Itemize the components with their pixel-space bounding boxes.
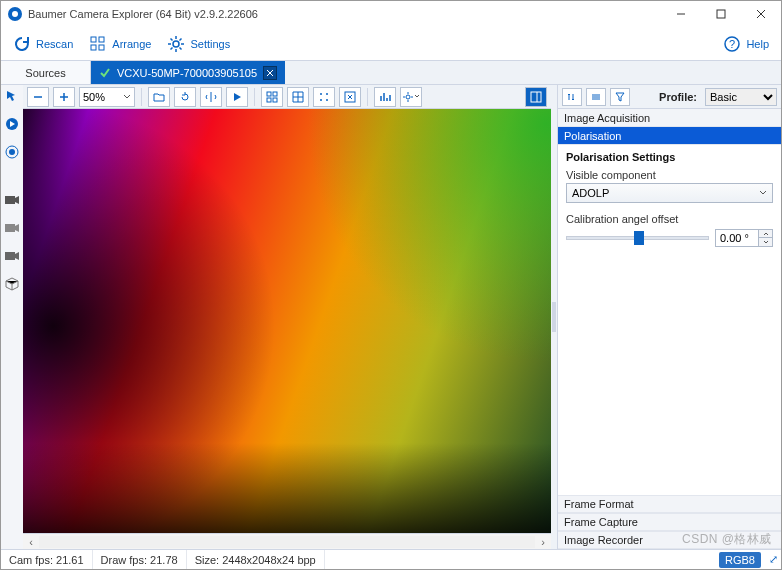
view-settings-button[interactable] — [400, 87, 422, 107]
tool-camera-b[interactable] — [3, 219, 21, 237]
tool-camera-c[interactable] — [3, 247, 21, 265]
collapse-button[interactable] — [586, 88, 606, 106]
tool-pointer[interactable] — [3, 87, 21, 105]
svg-point-1 — [12, 11, 18, 17]
status-corner-icon[interactable]: ⤢ — [765, 553, 781, 566]
svg-rect-34 — [531, 92, 541, 102]
play-button[interactable] — [226, 87, 248, 107]
svg-rect-25 — [273, 92, 277, 96]
filter-icon — [615, 92, 625, 102]
open-button[interactable] — [148, 87, 170, 107]
dots-icon — [318, 91, 330, 103]
svg-point-17 — [9, 149, 15, 155]
svg-rect-20 — [5, 252, 15, 260]
maximize-button[interactable] — [701, 1, 741, 27]
image-view[interactable] — [23, 109, 551, 533]
arrange-button[interactable]: Arrange — [83, 31, 157, 57]
svg-rect-26 — [267, 98, 271, 102]
svg-point-30 — [320, 99, 322, 101]
section-frame-capture[interactable]: Frame Capture — [558, 513, 781, 531]
visible-component-select[interactable]: ADOLP — [566, 183, 773, 203]
filter-button[interactable] — [610, 88, 630, 106]
svg-rect-18 — [5, 196, 15, 204]
grid-b-button[interactable] — [287, 87, 309, 107]
svg-rect-24 — [267, 92, 271, 96]
collapse-icon — [591, 92, 601, 102]
horizontal-scrollbar[interactable]: ‹ › — [23, 533, 551, 549]
grid3-icon — [292, 91, 304, 103]
calibration-slider[interactable] — [566, 229, 709, 247]
close-button[interactable] — [741, 1, 781, 27]
svg-point-28 — [320, 93, 322, 95]
panel-toggle-button[interactable] — [525, 87, 547, 107]
histogram-button[interactable] — [374, 87, 396, 107]
image-area: ‹ › — [23, 109, 551, 549]
svg-text:?: ? — [729, 38, 735, 50]
visible-component-label: Visible component — [566, 169, 773, 181]
rescan-label: Rescan — [36, 38, 73, 50]
zoom-out-button[interactable] — [27, 87, 49, 107]
svg-point-33 — [406, 95, 410, 99]
bottom-accordion: Frame Format Frame Capture Image Recorde… — [558, 495, 781, 549]
sort-button[interactable] — [562, 88, 582, 106]
svg-point-10 — [173, 41, 179, 47]
grid-a-button[interactable] — [261, 87, 283, 107]
svg-rect-6 — [91, 37, 96, 42]
rescan-button[interactable]: Rescan — [7, 31, 79, 57]
settings-button[interactable]: Settings — [161, 31, 236, 57]
chevron-down-icon — [123, 93, 131, 101]
grid-c-button[interactable] — [313, 87, 335, 107]
device-close-button[interactable] — [263, 66, 277, 80]
flip-button[interactable] — [200, 87, 222, 107]
polarisation-heading: Polarisation Settings — [566, 151, 773, 163]
tool-play[interactable] — [3, 115, 21, 133]
tool-record[interactable] — [3, 143, 21, 161]
calibration-spinner[interactable]: 0.00 ° — [715, 229, 773, 247]
main-toolbar: Rescan Arrange Settings ? Help — [1, 27, 781, 61]
section-polarisation[interactable]: Polarisation — [558, 127, 781, 145]
scroll-track[interactable] — [39, 536, 535, 548]
profile-select[interactable]: Basic — [705, 88, 777, 106]
scroll-right-arrow[interactable]: › — [535, 535, 551, 549]
pixel-format-badge: RGB8 — [719, 552, 761, 568]
device-tab[interactable]: VCXU-50MP-700003905105 — [91, 61, 285, 84]
section-image-acquisition[interactable]: Image Acquisition — [558, 109, 781, 127]
check-icon — [99, 67, 111, 79]
app-icon — [7, 6, 23, 22]
window-titlebar: Baumer Camera Explorer (64 Bit) v2.9.2.2… — [1, 1, 781, 27]
visible-component-value: ADOLP — [572, 187, 609, 199]
gear-small-icon — [402, 91, 414, 103]
minimize-button[interactable] — [661, 1, 701, 27]
slider-thumb[interactable] — [634, 231, 644, 245]
zoom-in-button[interactable] — [53, 87, 75, 107]
tool-camera-a[interactable] — [3, 191, 21, 209]
view-toolbar: 50% — [23, 85, 551, 109]
status-size: Size: 2448x2048x24 bpp — [187, 550, 325, 569]
help-label: Help — [746, 38, 769, 50]
grid-d-button[interactable] — [339, 87, 361, 107]
spinner-down[interactable] — [758, 238, 772, 246]
rotate-button[interactable] — [174, 87, 196, 107]
zoom-value: 50% — [83, 91, 105, 103]
left-sidebar — [1, 85, 23, 549]
help-icon: ? — [723, 35, 741, 53]
arrange-label: Arrange — [112, 38, 151, 50]
device-strip: Sources VCXU-50MP-700003905105 — [1, 61, 781, 85]
scroll-left-arrow[interactable]: ‹ — [23, 535, 39, 549]
section-image-recorder[interactable]: Image Recorder — [558, 531, 781, 549]
spinner-up[interactable] — [758, 230, 772, 238]
flip-icon — [205, 91, 217, 103]
calibration-label: Calibration angel offset — [566, 213, 773, 225]
zoom-dropdown[interactable]: 50% — [79, 87, 135, 107]
grid-icon — [89, 35, 107, 53]
sort-icon — [567, 92, 577, 102]
plus-icon — [59, 92, 69, 102]
tool-cube[interactable] — [3, 275, 21, 293]
section-frame-format[interactable]: Frame Format — [558, 495, 781, 513]
grid2-icon — [266, 91, 278, 103]
chevron-down-icon — [414, 94, 420, 100]
sources-tab[interactable]: Sources — [1, 61, 91, 84]
svg-rect-9 — [99, 45, 104, 50]
help-button[interactable]: ? Help — [717, 31, 775, 57]
svg-rect-3 — [717, 10, 725, 18]
